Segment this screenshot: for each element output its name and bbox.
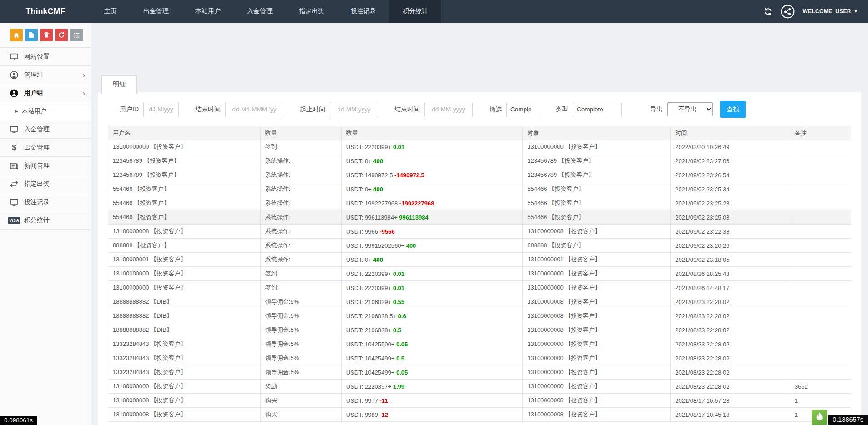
sidebar-item-7[interactable]: 指定出奖 [0,175,91,193]
sidebar-item-label: 新闻管理 [24,162,50,170]
table-row: 554466 【投资客户】系统操作:USDT: 996113984+ 99611… [108,210,851,225]
cell-operation: 领导佣金:5% [260,295,341,309]
recycle-button[interactable] [55,29,68,41]
cell-note [790,267,851,281]
cell-username: 13100000000 【投资客户】 [108,267,261,281]
file-button[interactable] [25,29,38,41]
cell-note [790,210,851,225]
monitor-icon [9,53,19,60]
cell-target: 554466 【投资客户】 [523,210,671,225]
list-button[interactable] [70,29,83,41]
cell-username: 18888888882 【DIB】 [108,309,261,323]
table-row: 13323284843 【投资客户】领导佣金:5%USDT: 10425499+… [108,365,851,380]
filter-input-4[interactable] [506,102,539,117]
export-label: 导出 [650,105,663,114]
cell-time: 2021/08/23 22:28:02 [671,337,790,351]
sidebar-item-3[interactable]: ▸本站用户 [0,102,91,120]
sidebar-item-4[interactable]: 入金管理 [0,120,91,139]
sidebar-item-0[interactable]: 网站设置 [0,48,91,66]
cell-time: 2021/08/17 10:45:18 [671,408,790,422]
filter-label-2: 起止时间 [300,105,325,114]
user-avatar-logo-icon[interactable] [781,5,795,19]
cell-note: 3662 [790,380,851,394]
table-row: 888888 【投资客户】系统操作:USDT: 99915202560+ 400… [108,239,851,253]
cell-username: 13100000000 【投资客户】 [108,281,261,295]
search-button[interactable]: 查找 [720,101,746,118]
cell-operation: 系统操作: [260,253,341,267]
cell-amount: USDT: 2106028+ 0.5 [341,323,522,337]
sidebar-item-9[interactable]: VISA积分统计 [0,211,91,230]
nav-item-1[interactable]: 出金管理 [130,0,182,23]
amount-delta: -1992227968 [399,200,434,207]
cell-username: 13100000008 【投资客户】 [108,394,261,408]
sidebar-item-8[interactable]: 投注记录 [0,193,91,211]
file-icon [29,32,34,38]
sidebar-item-5[interactable]: $出金管理 [0,139,91,157]
sidebar-item-2[interactable]: 用户组› [0,84,91,102]
table-row: 13100000000 【投资客户】签到:USDT: 2220399+ 0.01… [108,281,851,295]
cell-amount: USDT: 2220397+ 1.99 [341,380,522,394]
cell-amount: USDT: 99915202560+ 400 [341,239,522,253]
trash-icon [44,32,49,38]
cell-note [790,323,851,337]
nav-item-5[interactable]: 投注记录 [338,0,389,23]
cell-time: 2021/09/02 23:22:38 [671,225,790,239]
amount-delta: -9566 [379,228,394,235]
cell-operation: 领导佣金:5% [260,351,341,365]
nav-item-0[interactable]: 主页 [91,0,130,23]
cell-username: 13100000000 【投资客户】 [108,380,261,394]
cell-time: 2021/08/23 22:28:02 [671,323,790,337]
filter-input-2[interactable] [330,102,378,117]
cell-operation: 系统操作: [260,168,341,182]
nav-item-4[interactable]: 指定出奖 [286,0,338,23]
amount-delta: -1490972.5 [394,172,424,179]
export-select[interactable]: 不导出 [667,102,713,116]
exec-time-left-badge: 0.098061s [0,416,37,425]
cell-username: 13100000000 【投资客户】 [108,140,261,154]
trace-toggle-icon[interactable] [812,410,827,425]
sidebar-item-6[interactable]: 新闻管理 [0,157,91,175]
column-header-3: 对象 [523,126,671,140]
column-header-2: 数量 [341,126,522,140]
refresh-icon[interactable] [764,7,772,16]
nav-item-3[interactable]: 入金管理 [234,0,286,23]
cell-note [790,225,851,239]
cell-amount: USDT: 0+ 400 [341,253,522,267]
trace-panel: 0.138657s [812,410,868,425]
table-row: 18888888882 【DIB】领导佣金:5%USDT: 2106028.5+… [108,309,851,323]
cell-target: 13100000008 【投资客户】 [523,408,671,422]
table-row: 13100000008 【投资客户】系统操作:USDT: 9966 -95661… [108,225,851,239]
filter-input-3[interactable] [424,102,473,117]
cell-username: 123456789 【投资客户】 [108,168,261,182]
news-icon [9,162,19,170]
filter-input-1[interactable] [225,102,283,117]
user-menu[interactable]: WELCOME_USER ▼ [803,8,858,15]
cell-operation: 系统操作: [260,239,341,253]
sidebar-item-label: 积分统计 [24,216,50,225]
brand-logo[interactable]: ThinkCMF [0,0,91,23]
cell-operation: 系统操作: [260,196,341,210]
cell-operation: 系统操作: [260,225,341,239]
filter-input-0[interactable] [143,102,179,117]
cell-target: 13100000000 【投资客户】 [523,267,671,281]
cell-time: 2021/08/26 14:48:17 [671,281,790,295]
cell-target: 13100000000 【投资客户】 [523,140,671,154]
cell-target: 13100000000 【投资客户】 [523,351,671,365]
trash-button[interactable] [40,29,53,41]
cell-target: 13100000000 【投资客户】 [523,365,671,380]
nav-item-6[interactable]: 积分统计 [389,0,441,23]
content-card: 用户ID结束时间起止时间结束时间筛选类型 导出 不导出 查找 用户名数量数量对象… [98,92,861,425]
cell-time: 2021/09/02 23:20:26 [671,239,790,253]
cell-note: 1 [790,394,851,408]
tab-detail[interactable]: 明细 [101,75,137,94]
nav-item-2[interactable]: 本站用户 [182,0,234,23]
home-icon [13,32,20,38]
cell-username: 13323284843 【投资客户】 [108,351,261,365]
cell-time: 2021/09/02 23:18:05 [671,253,790,267]
filter-input-5[interactable] [573,102,622,117]
cell-operation: 领导佣金:5% [260,309,341,323]
sidebar-item-1[interactable]: 管理组› [0,66,91,84]
cell-time: 2021/08/23 22:28:02 [671,365,790,380]
column-header-0: 用户名 [108,126,261,140]
home-button[interactable] [10,29,23,41]
